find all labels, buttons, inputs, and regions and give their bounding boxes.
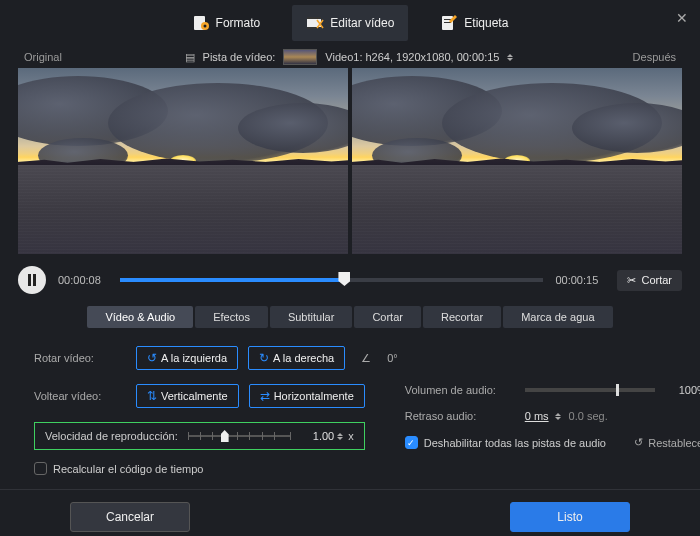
playback-speed-box: Velocidad de reproducción: x: [34, 422, 365, 450]
volume-value: 100%: [679, 384, 700, 396]
tab-edit-label: Editar vídeo: [330, 16, 394, 30]
preview-after: [352, 68, 682, 254]
cut-button[interactable]: ✂ Cortar: [617, 270, 682, 291]
document-pencil-icon: [440, 15, 458, 31]
disable-audio-label: Deshabilitar todas las pistas de audio: [424, 437, 606, 449]
reset-icon: ↺: [634, 436, 643, 449]
reset-label: Restablecer: [648, 437, 700, 449]
scissors-icon: ✂: [627, 274, 636, 287]
flip-horizontal-button[interactable]: ⇄Horizontalmente: [249, 384, 365, 408]
svg-rect-9: [444, 19, 451, 20]
subtab-cut[interactable]: Cortar: [354, 306, 421, 328]
flip-v-icon: ⇅: [147, 389, 157, 403]
tab-tag[interactable]: Etiqueta: [426, 5, 522, 41]
disable-audio-checkbox[interactable]: ✓: [405, 436, 418, 449]
tab-format-label: Formato: [216, 16, 261, 30]
document-gear-icon: [192, 15, 210, 31]
original-label: Original: [24, 51, 62, 63]
speed-stepper[interactable]: [337, 433, 345, 440]
track-stepper[interactable]: [507, 54, 515, 61]
rotate-degree: 0°: [387, 352, 398, 364]
recalc-label: Recalcular el código de tiempo: [53, 463, 203, 475]
svg-rect-4: [307, 17, 321, 19]
timeline-track[interactable]: [120, 278, 543, 282]
svg-rect-10: [444, 22, 451, 23]
tab-edit-video[interactable]: Editar vídeo: [292, 5, 408, 41]
flip-h-icon: ⇄: [260, 389, 270, 403]
delay-seconds: 0.0 seg.: [569, 410, 608, 422]
svg-rect-5: [307, 27, 321, 29]
svg-point-2: [203, 25, 206, 28]
delay-label: Retraso audio:: [405, 410, 515, 422]
preview-original: [18, 68, 348, 254]
volume-slider[interactable]: [525, 388, 655, 392]
subtab-crop[interactable]: Recortar: [423, 306, 501, 328]
cut-label: Cortar: [641, 274, 672, 286]
film-icon: ▤: [185, 51, 195, 64]
done-button[interactable]: Listo: [510, 502, 630, 532]
film-scissors-icon: [306, 15, 324, 31]
subtab-effects[interactable]: Efectos: [195, 306, 268, 328]
speed-input[interactable]: [300, 430, 334, 442]
video-track-label: Pista de vídeo:: [203, 51, 276, 63]
subtab-watermark[interactable]: Marca de agua: [503, 306, 612, 328]
tab-format[interactable]: Formato: [178, 5, 275, 41]
reset-button[interactable]: ↺ Restablecer: [634, 436, 700, 449]
speed-slider[interactable]: [188, 435, 291, 437]
rotate-label: Rotar vídeo:: [34, 352, 126, 364]
after-label: Después: [633, 51, 676, 63]
rotate-right-button[interactable]: ↻A la derecha: [248, 346, 345, 370]
cancel-button[interactable]: Cancelar: [70, 502, 190, 532]
tab-tag-label: Etiqueta: [464, 16, 508, 30]
rotate-left-icon: ↺: [147, 351, 157, 365]
rotate-right-icon: ↻: [259, 351, 269, 365]
flip-vertical-button[interactable]: ⇅Verticalmente: [136, 384, 239, 408]
rotate-left-button[interactable]: ↺A la izquierda: [136, 346, 238, 370]
close-icon[interactable]: ✕: [676, 10, 688, 26]
pause-button[interactable]: [18, 266, 46, 294]
volume-label: Volumen de audio:: [405, 384, 515, 396]
subtab-subtitle[interactable]: Subtitular: [270, 306, 352, 328]
delay-stepper[interactable]: [555, 413, 563, 420]
delay-value[interactable]: 0 ms: [525, 410, 549, 422]
speed-unit: x: [348, 430, 354, 442]
video-info: Video1: h264, 1920x1080, 00:00:15: [325, 51, 499, 63]
time-total: 00:00:15: [555, 274, 605, 286]
video-thumbnail: [283, 49, 317, 65]
subtab-video-audio[interactable]: Vídeo & Audio: [87, 306, 193, 328]
flip-label: Voltear vídeo:: [34, 390, 126, 402]
time-current: 00:00:08: [58, 274, 108, 286]
speed-label: Velocidad de reproducción:: [45, 430, 178, 442]
angle-icon: ∠: [361, 352, 371, 365]
recalc-timecode-checkbox[interactable]: [34, 462, 47, 475]
